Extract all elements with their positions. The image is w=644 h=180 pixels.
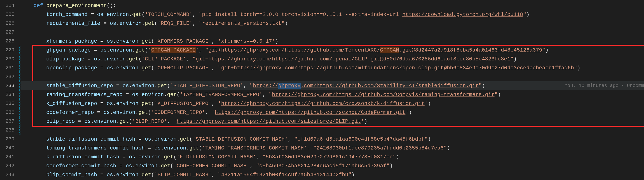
code-line[interactable]: requirements_file = os.environ.get('REQS… bbox=[21, 19, 644, 28]
modified-line-marker bbox=[19, 37, 20, 46]
modified-line-marker bbox=[19, 72, 20, 81]
line-number[interactable]: 225 bbox=[0, 10, 18, 19]
line-number[interactable]: 233 bbox=[0, 81, 18, 90]
modified-line-marker bbox=[19, 170, 20, 179]
line-number[interactable]: 239 bbox=[0, 135, 18, 144]
modified-line-marker bbox=[19, 152, 20, 161]
code-line[interactable] bbox=[21, 28, 644, 37]
line-number[interactable]: 243 bbox=[0, 170, 18, 179]
line-number[interactable]: 230 bbox=[0, 55, 18, 64]
modified-line-marker bbox=[19, 28, 20, 37]
modified-line-marker bbox=[19, 55, 20, 64]
code-line[interactable] bbox=[21, 72, 644, 81]
code-line[interactable]: codeformer_repo = os.environ.get('CODEFO… bbox=[21, 108, 644, 117]
line-number[interactable]: 224 bbox=[0, 1, 18, 10]
line-number-gutter[interactable]: 2242252262272282292302312322332342352362… bbox=[0, 0, 19, 180]
line-number[interactable]: 242 bbox=[0, 161, 18, 170]
line-number[interactable]: 226 bbox=[0, 19, 18, 28]
modified-line-marker bbox=[19, 64, 20, 72]
modified-line-marker bbox=[19, 117, 20, 126]
modified-line-marker bbox=[19, 19, 20, 28]
line-number[interactable]: 240 bbox=[0, 144, 18, 152]
code-line[interactable]: openclip_package = os.environ.get('OPENC… bbox=[21, 64, 644, 72]
modified-line-marker bbox=[19, 99, 20, 108]
git-blame-annotation: You, 10 minutes ago • Uncomm bbox=[564, 81, 644, 90]
code-line[interactable]: taming_transformers_commit_hash = os.env… bbox=[21, 144, 644, 152]
modified-line-marker bbox=[19, 135, 20, 144]
code-editor[interactable]: 2242252262272282292302312322332342352362… bbox=[0, 0, 644, 180]
line-number[interactable]: 229 bbox=[0, 46, 18, 55]
modified-line-marker bbox=[19, 144, 20, 152]
modification-indicator-bar bbox=[19, 0, 21, 180]
line-number[interactable]: 232 bbox=[0, 72, 18, 81]
code-line[interactable]: clip_package = os.environ.get('CLIP_PACK… bbox=[21, 55, 644, 64]
code-area[interactable]: def prepare_environment(): torch_command… bbox=[21, 0, 644, 180]
code-line[interactable]: k_diffusion_repo = os.environ.get('K_DIF… bbox=[21, 99, 644, 108]
line-number[interactable]: 227 bbox=[0, 28, 18, 37]
modified-line-marker bbox=[19, 161, 20, 170]
modified-line-marker bbox=[19, 126, 20, 135]
code-line[interactable] bbox=[21, 126, 644, 135]
code-line[interactable]: k_diffusion_commit_hash = os.environ.get… bbox=[21, 152, 644, 161]
modified-line-marker bbox=[19, 108, 20, 117]
line-number[interactable]: 231 bbox=[0, 64, 18, 72]
line-number[interactable]: 241 bbox=[0, 152, 18, 161]
modified-line-marker bbox=[19, 10, 20, 19]
line-number[interactable]: 234 bbox=[0, 90, 18, 99]
code-line[interactable]: blip_repo = os.environ.get('BLIP_REPO', … bbox=[21, 117, 644, 126]
code-line[interactable]: def prepare_environment(): bbox=[21, 1, 644, 10]
code-line[interactable]: torch_command = os.environ.get('TORCH_CO… bbox=[21, 10, 644, 19]
line-number[interactable]: 235 bbox=[0, 99, 18, 108]
code-line[interactable]: taming_transformers_repo = os.environ.ge… bbox=[21, 90, 644, 99]
line-number[interactable]: 236 bbox=[0, 108, 18, 117]
modified-line-marker bbox=[19, 90, 20, 99]
code-line[interactable]: xformers_package = os.environ.get('XFORM… bbox=[21, 37, 644, 46]
code-line[interactable]: gfpgan_package = os.environ.get('GFPGAN_… bbox=[21, 46, 644, 55]
code-line[interactable]: codeformer_commit_hash = os.environ.get(… bbox=[21, 161, 644, 170]
modified-line-marker bbox=[19, 1, 20, 10]
code-line[interactable]: stable_diffusion_commit_hash = os.enviro… bbox=[21, 135, 644, 144]
line-number[interactable]: 238 bbox=[0, 126, 18, 135]
code-line[interactable]: blip_commit_hash = os.environ.get('BLIP_… bbox=[21, 170, 644, 179]
line-number[interactable]: 237 bbox=[0, 117, 18, 126]
code-line[interactable]: stable_diffusion_repo = os.environ.get('… bbox=[21, 81, 644, 90]
modified-line-marker bbox=[19, 46, 20, 55]
line-number[interactable]: 228 bbox=[0, 37, 18, 46]
modified-line-marker bbox=[19, 81, 20, 90]
